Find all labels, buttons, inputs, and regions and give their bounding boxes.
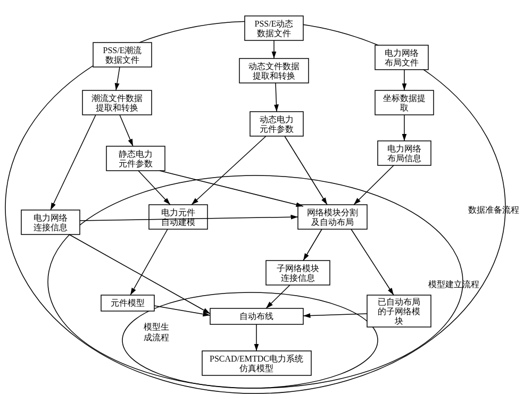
- svg-text:元件参数: 元件参数: [260, 124, 294, 133]
- node-psse-dyn-file: PSS/E动态 数据文件: [245, 16, 303, 40]
- svg-text:提取和转换: 提取和转换: [96, 103, 138, 112]
- node-subnet-layout: 已自动布局 的子网络模 块: [367, 295, 431, 327]
- node-component-model: 元件模型: [101, 295, 154, 311]
- svg-text:及自动布局: 及自动布局: [311, 217, 354, 227]
- svg-text:电力网络: 电力网络: [385, 48, 419, 57]
- svg-text:提取和转换: 提取和转换: [253, 71, 295, 80]
- process-diagram: 数据准备流程 模型建立流程 模型生 成流程 PSS/E潮流 数据文件 PSS/E…: [0, 0, 532, 394]
- svg-text:潮流文件数据: 潮流文件数据: [92, 94, 143, 103]
- edge-n14-n15: [154, 306, 210, 315]
- edge-n4-n12: [51, 115, 96, 210]
- svg-text:元件参数: 元件参数: [119, 159, 153, 168]
- outer-ring-label: 数据准备流程: [468, 205, 519, 214]
- node-subnet-conn: 子网络模块 连接信息: [266, 261, 330, 285]
- node-pscad-model: PSCAD/EMTDC电力系统 仿真模型: [202, 351, 311, 375]
- svg-text:仿真模型: 仿真模型: [239, 364, 273, 373]
- edge-n10-n14: [130, 229, 168, 295]
- svg-text:坐标数据提: 坐标数据提: [383, 94, 426, 103]
- svg-text:动态电力: 动态电力: [260, 115, 294, 124]
- node-dyn-params: 动态电力 元件参数: [250, 112, 303, 136]
- node-conn-info: 电力网络 连接信息: [21, 210, 80, 234]
- edge-n1-n4: [116, 67, 120, 90]
- svg-text:已自动布局: 已自动布局: [378, 297, 420, 306]
- svg-text:PSS/E动态: PSS/E动态: [255, 19, 294, 28]
- node-layout-file: 电力网络 布局文件: [375, 45, 428, 70]
- svg-text:动态文件数据: 动态文件数据: [248, 62, 300, 71]
- svg-text:PSCAD/EMTDC电力系统: PSCAD/EMTDC电力系统: [210, 354, 303, 363]
- edge-n4-n7: [120, 115, 133, 146]
- svg-text:数据文件: 数据文件: [257, 29, 291, 38]
- svg-text:取: 取: [400, 103, 409, 112]
- middle-ring-label: 模型建立流程: [428, 280, 479, 289]
- svg-text:数据文件: 数据文件: [105, 55, 139, 64]
- node-coord-extract: 坐标数据提 取: [375, 90, 434, 115]
- node-psse-flow-file: PSS/E潮流 数据文件: [93, 43, 152, 67]
- node-static-params: 静态电力 元件参数: [106, 146, 165, 171]
- svg-text:元件模型: 元件模型: [111, 298, 145, 307]
- node-auto-route: 自动布线: [210, 308, 303, 324]
- svg-text:网络模块分割: 网络模块分割: [307, 208, 358, 217]
- svg-text:子网络模块: 子网络模块: [277, 264, 319, 273]
- inner-ring-label-1: 模型生: [144, 322, 169, 331]
- edge-n11-n16: [351, 229, 394, 295]
- node-dyn-extract: 动态文件数据 提取和转换: [239, 58, 309, 83]
- node-net-split: 网络模块分割 及自动布局: [298, 205, 367, 229]
- svg-text:静态电力: 静态电力: [119, 149, 153, 158]
- node-layout-info: 电力网络 布局信息: [378, 141, 431, 165]
- node-flow-extract: 潮流文件数据 提取和转换: [82, 90, 152, 115]
- inner-ring-label-2: 成流程: [144, 333, 169, 342]
- edge-n13-n15: [266, 285, 290, 308]
- svg-text:布局文件: 布局文件: [385, 58, 419, 67]
- svg-text:布局信息: 布局信息: [387, 154, 421, 163]
- svg-text:电力网络: 电力网络: [34, 213, 68, 222]
- edge-n7-n10: [138, 171, 170, 205]
- svg-text:的子网络模: 的子网络模: [378, 307, 420, 316]
- svg-text:块: 块: [394, 316, 403, 325]
- edge-n11-n13: [303, 229, 322, 261]
- svg-text:PSS/E潮流: PSS/E潮流: [103, 46, 142, 55]
- svg-text:连接信息: 连接信息: [281, 273, 315, 282]
- svg-text:连接信息: 连接信息: [34, 223, 68, 232]
- svg-text:电力元件: 电力元件: [161, 208, 195, 217]
- svg-text:电力网络: 电力网络: [387, 144, 421, 153]
- node-auto-model: 电力元件 自动建模: [149, 205, 207, 229]
- edge-n9-n11: [354, 165, 394, 205]
- svg-text:自动布线: 自动布线: [239, 312, 273, 321]
- edge-n5-n8: [276, 83, 277, 112]
- edge-n8-n11: [285, 136, 327, 205]
